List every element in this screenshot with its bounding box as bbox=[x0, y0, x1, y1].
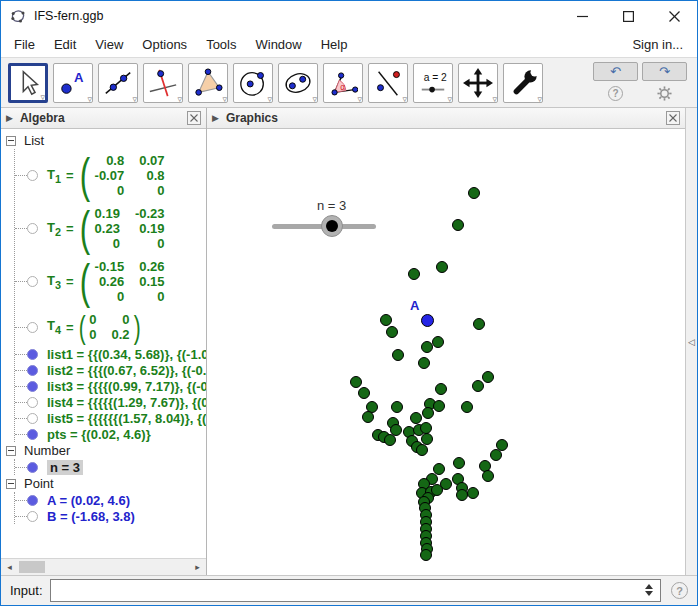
algebra-item-B[interactable]: B = (-1.68, 3.8) bbox=[15, 508, 206, 524]
menu-window[interactable]: Window bbox=[252, 35, 304, 54]
scroll-left-arrow-icon[interactable]: ◂ bbox=[1, 559, 18, 575]
visibility-marble[interactable] bbox=[27, 365, 38, 376]
fern-point[interactable] bbox=[482, 371, 494, 383]
tool-dropdown-icon[interactable]: ▿ bbox=[312, 95, 317, 104]
fern-point[interactable] bbox=[392, 349, 404, 361]
algebra-item-list3[interactable]: list3 = {{{{(0.99, 7.17)}, {(-0.2 bbox=[15, 378, 206, 394]
fern-point[interactable] bbox=[482, 470, 494, 482]
graphics-canvas[interactable]: n = 3 A bbox=[207, 129, 685, 575]
scrollbar-thumb[interactable] bbox=[19, 561, 45, 573]
move-tool-button[interactable]: ▿ bbox=[8, 63, 48, 103]
visibility-marble[interactable] bbox=[27, 511, 38, 522]
slider-tool-button[interactable]: a = 2 ▿ bbox=[413, 63, 453, 103]
custom-tools-button[interactable]: ▿ bbox=[503, 63, 543, 103]
command-input[interactable] bbox=[51, 580, 638, 601]
fern-point[interactable] bbox=[436, 261, 448, 273]
tool-dropdown-icon[interactable]: ▿ bbox=[40, 93, 45, 102]
algebra-item-list2[interactable]: list2 = {{{(0.67, 6.52)}, {(-0.6 bbox=[15, 362, 206, 378]
circle-tool-button[interactable]: ▿ bbox=[233, 63, 273, 103]
ellipse-tool-button[interactable]: ▿ bbox=[278, 63, 318, 103]
fern-point[interactable] bbox=[410, 412, 422, 424]
visibility-marble[interactable] bbox=[27, 381, 38, 392]
reflect-tool-button[interactable]: ▿ bbox=[368, 63, 408, 103]
tool-dropdown-icon[interactable]: ▿ bbox=[177, 95, 182, 104]
visibility-marble[interactable] bbox=[27, 223, 38, 234]
visibility-marble[interactable] bbox=[27, 429, 38, 440]
graphics-close-icon[interactable] bbox=[666, 111, 680, 125]
perpendicular-line-tool-button[interactable]: ▿ bbox=[143, 63, 183, 103]
sign-in-link[interactable]: Sign in... bbox=[628, 35, 687, 54]
fern-point[interactable] bbox=[420, 549, 432, 561]
collapse-minus-icon[interactable] bbox=[6, 479, 16, 489]
collapse-panel-arrow-icon[interactable]: ◁ bbox=[688, 337, 695, 347]
input-history-spinner-icon[interactable] bbox=[645, 584, 653, 596]
algebra-item-pts[interactable]: pts = {(0.02, 4.6)} bbox=[15, 426, 206, 442]
menu-options[interactable]: Options bbox=[139, 35, 190, 54]
fern-point[interactable] bbox=[421, 433, 433, 445]
maximize-button[interactable] bbox=[605, 1, 651, 31]
collapse-minus-icon[interactable] bbox=[6, 446, 16, 456]
fern-point[interactable] bbox=[384, 434, 396, 446]
algebra-item-T4[interactable]: T4=(0000.2) bbox=[15, 308, 206, 346]
point-tool-button[interactable]: A ▿ bbox=[53, 63, 93, 103]
algebra-item-list1[interactable]: list1 = {{(0.34, 5.68)}, {(-1.05 bbox=[15, 346, 206, 362]
help-icon[interactable]: ? bbox=[608, 86, 623, 101]
fern-point[interactable] bbox=[473, 318, 485, 330]
fern-point[interactable] bbox=[418, 357, 430, 369]
fern-point[interactable] bbox=[386, 326, 398, 338]
tool-dropdown-icon[interactable]: ▿ bbox=[492, 95, 497, 104]
input-help-icon[interactable]: ? bbox=[671, 582, 688, 599]
menu-file[interactable]: File bbox=[11, 35, 38, 54]
algebra-item-T1[interactable]: T1=(0.80.07-0.070.800 bbox=[15, 149, 206, 202]
fern-point[interactable] bbox=[456, 489, 468, 501]
menu-edit[interactable]: Edit bbox=[51, 35, 79, 54]
menu-view[interactable]: View bbox=[92, 35, 126, 54]
close-button[interactable] bbox=[651, 1, 697, 31]
angle-tool-button[interactable]: α ▿ bbox=[323, 63, 363, 103]
algebra-item-list5[interactable]: list5 = {{{{{{(1.57, 8.04)}, {(0 bbox=[15, 410, 206, 426]
tool-dropdown-icon[interactable]: ▿ bbox=[222, 95, 227, 104]
algebra-item-A[interactable]: A = (0.02, 4.6) bbox=[15, 492, 206, 508]
fern-point[interactable] bbox=[421, 341, 433, 353]
fern-point[interactable] bbox=[391, 401, 403, 413]
algebra-item-n[interactable]: n = 3 bbox=[15, 459, 206, 475]
redo-button[interactable]: ↷ bbox=[642, 62, 687, 81]
tool-dropdown-icon[interactable]: ▿ bbox=[447, 95, 452, 104]
algebra-horizontal-scrollbar[interactable]: ◂ ▸ bbox=[1, 558, 206, 575]
tool-dropdown-icon[interactable]: ▿ bbox=[132, 95, 137, 104]
line-tool-button[interactable]: ▿ bbox=[98, 63, 138, 103]
collapse-minus-icon[interactable] bbox=[6, 136, 16, 146]
panel-menu-arrow-icon[interactable]: ▶ bbox=[212, 113, 219, 123]
visibility-marble[interactable] bbox=[27, 170, 38, 181]
visibility-marble[interactable] bbox=[27, 462, 38, 473]
visibility-marble[interactable] bbox=[27, 495, 38, 506]
fern-point[interactable] bbox=[416, 444, 428, 456]
settings-gear-icon[interactable] bbox=[642, 86, 687, 101]
menu-help[interactable]: Help bbox=[318, 35, 351, 54]
fern-point[interactable] bbox=[461, 401, 473, 413]
fern-point[interactable] bbox=[468, 187, 480, 199]
fern-point[interactable] bbox=[453, 457, 465, 469]
tool-dropdown-icon[interactable]: ▿ bbox=[357, 95, 362, 104]
visibility-marble[interactable] bbox=[27, 349, 38, 360]
tool-dropdown-icon[interactable]: ▿ bbox=[402, 95, 407, 104]
tool-dropdown-icon[interactable]: ▿ bbox=[267, 95, 272, 104]
fern-point[interactable] bbox=[408, 268, 420, 280]
visibility-marble[interactable] bbox=[27, 322, 38, 333]
fern-point[interactable] bbox=[362, 411, 374, 423]
scroll-right-arrow-icon[interactable]: ▸ bbox=[189, 559, 206, 575]
fern-point[interactable] bbox=[452, 219, 464, 231]
tool-dropdown-icon[interactable]: ▿ bbox=[537, 95, 542, 104]
minimize-button[interactable] bbox=[559, 1, 605, 31]
visibility-marble[interactable] bbox=[27, 276, 38, 287]
slider-knob[interactable] bbox=[321, 215, 343, 237]
fern-point[interactable] bbox=[472, 380, 484, 392]
visibility-marble[interactable] bbox=[27, 397, 38, 408]
fern-point[interactable] bbox=[433, 400, 445, 412]
fern-point[interactable] bbox=[380, 314, 392, 326]
point-A[interactable] bbox=[421, 314, 434, 327]
menu-tools[interactable]: Tools bbox=[203, 35, 239, 54]
algebra-item-list4[interactable]: list4 = {{{{{(1.29, 7.67)}, {(0. bbox=[15, 394, 206, 410]
panel-menu-arrow-icon[interactable]: ▶ bbox=[6, 113, 13, 123]
visibility-marble[interactable] bbox=[27, 413, 38, 424]
